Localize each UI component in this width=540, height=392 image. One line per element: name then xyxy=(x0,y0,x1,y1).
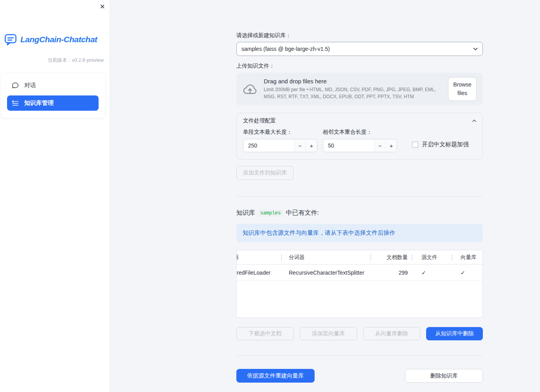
sidebar-close-icon[interactable]: × xyxy=(100,2,105,12)
chunk-size-plus-button[interactable]: + xyxy=(306,139,317,152)
sidebar: × LangChain-Chatchat 当前版本：v0.2.6-preview… xyxy=(0,0,110,392)
divider xyxy=(236,355,483,356)
expander-title: 文件处理配置 xyxy=(243,117,276,124)
uploader-texts: Drag and drop files here Limit 200MB per… xyxy=(264,78,442,100)
main-content: 请选择或新建知识库： samples (faiss @ bge-large-zh… xyxy=(236,0,483,383)
divider xyxy=(236,196,483,197)
existing-files-heading: 知识库 samples 中已有文件: xyxy=(236,209,483,217)
chunk-size-group: 单段文本最大长度： 250 − + xyxy=(243,129,323,152)
overlap-size-input[interactable]: 50 − + xyxy=(323,139,397,152)
overlap-size-minus-button[interactable]: − xyxy=(374,139,385,152)
chunk-size-label: 单段文本最大长度： xyxy=(243,129,323,136)
upload-label: 上传知识文件： xyxy=(236,63,483,70)
sidebar-menu: 对话 知识库管理 xyxy=(1,73,105,118)
overlap-size-group: 相邻文本重合长度： 50 − + xyxy=(323,129,403,152)
table-header-row: 器 分词器 文档数量 源文件 向量库 xyxy=(237,250,482,264)
list-icon xyxy=(12,100,19,107)
table-header-doc-count[interactable]: 文档数量 xyxy=(371,250,412,264)
file-uploader-dropzone[interactable]: Drag and drop files here Limit 200MB per… xyxy=(236,73,483,105)
add-to-vector-store-button[interactable]: 添加至向量库 xyxy=(300,327,357,340)
expander-header[interactable]: 文件处理配置 xyxy=(237,113,482,128)
chevron-down-icon xyxy=(472,46,479,52)
info-alert-text: 知识库中包含源文件与向量库，请从下表中选择文件后操作 xyxy=(243,229,395,236)
sidebar-item-label: 对话 xyxy=(24,82,36,89)
chunk-size-minus-button[interactable]: − xyxy=(294,139,306,152)
files-table[interactable]: 器 分词器 文档数量 源文件 向量库 redFileLoader Recursi… xyxy=(236,250,483,318)
overlap-size-value[interactable]: 50 xyxy=(323,142,374,149)
cell-source-file-check: ✓ xyxy=(412,264,452,281)
zh-title-enhance-label: 开启中文标题加强 xyxy=(422,141,469,148)
chevron-up-icon xyxy=(472,118,477,124)
chunk-size-input[interactable]: 250 − + xyxy=(243,139,317,152)
add-files-to-kb-button[interactable]: 添加文件到知识库 xyxy=(236,166,293,180)
table-header-loader[interactable]: 器 xyxy=(237,250,282,264)
uploader-limit-text: Limit 200MB per file • HTML, MD, JSON, C… xyxy=(264,86,442,100)
expander-body: 单段文本最大长度： 250 − + 相邻文本重合长度： 50 − + 开启中文标… xyxy=(237,128,482,159)
file-action-buttons: 下载选中文档 添加至向量库 从向量库删除 从知识库中删除 xyxy=(236,327,483,340)
kb-selectbox[interactable]: samples (faiss @ bge-large-zh-v1.5) xyxy=(236,42,483,56)
browse-files-button[interactable]: Browse files xyxy=(448,77,477,101)
zh-title-enhance-checkbox[interactable] xyxy=(412,142,418,148)
sidebar-item-knowledge-base[interactable]: 知识库管理 xyxy=(7,95,99,111)
logo-chat-icon xyxy=(4,34,17,45)
cell-doc-count: 299 xyxy=(371,264,412,281)
kb-management-buttons: 依据源文件重建向量库 删除知识库 xyxy=(236,369,483,383)
uploader-drag-text: Drag and drop files here xyxy=(264,78,442,85)
kb-select-label: 请选择或新建知识库： xyxy=(236,32,483,39)
app-logo: LangChain-Chatchat xyxy=(0,34,110,45)
table-header-splitter[interactable]: 分词器 xyxy=(282,250,371,264)
kb-selected-value: samples (faiss @ bge-large-zh-v1.5) xyxy=(241,46,330,52)
file-config-expander: 文件处理配置 单段文本最大长度： 250 − + 相邻文本重合长度： 50 xyxy=(236,113,483,160)
chat-bubble-icon xyxy=(12,82,19,89)
table-row[interactable]: redFileLoader RecursiveCharacterTextSpli… xyxy=(237,264,482,281)
existing-suffix: 中已有文件: xyxy=(286,209,319,217)
delete-from-vector-store-button[interactable]: 从向量库删除 xyxy=(363,327,421,340)
version-label: 当前版本：v0.2.6-preview xyxy=(0,57,110,64)
download-selected-button[interactable]: 下载选中文档 xyxy=(236,327,294,340)
table-header-vector-store[interactable]: 向量库 xyxy=(452,250,482,264)
delete-from-kb-button[interactable]: 从知识库中删除 xyxy=(426,327,483,340)
cell-loader: redFileLoader xyxy=(237,264,282,281)
delete-kb-button[interactable]: 删除知识库 xyxy=(405,369,483,383)
zh-title-enhance-group: 开启中文标题加强 xyxy=(412,141,469,148)
logo-text: LangChain-Chatchat xyxy=(20,35,97,44)
info-alert: 知识库中包含源文件与向量库，请从下表中选择文件后操作 xyxy=(236,224,483,242)
cell-vector-store-check: ✓ xyxy=(452,264,482,281)
overlap-size-label: 相邻文本重合长度： xyxy=(323,129,403,136)
overlap-size-plus-button[interactable]: + xyxy=(385,139,397,152)
existing-prefix: 知识库 xyxy=(236,209,255,217)
cloud-upload-icon xyxy=(243,83,257,95)
chunk-size-value[interactable]: 250 xyxy=(243,142,294,149)
sidebar-item-label: 知识库管理 xyxy=(24,99,54,107)
cell-splitter: RecursiveCharacterTextSplitter xyxy=(282,264,371,281)
sidebar-item-dialogue[interactable]: 对话 xyxy=(7,79,99,92)
rebuild-vector-store-button[interactable]: 依据源文件重建向量库 xyxy=(236,369,315,383)
kb-name-code: samples xyxy=(258,210,283,217)
table-header-source-file[interactable]: 源文件 xyxy=(412,250,452,264)
